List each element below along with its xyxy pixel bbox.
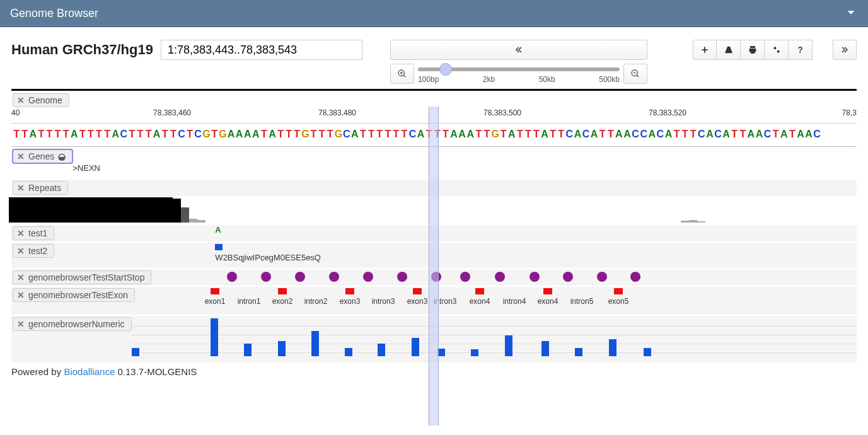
collapse-toggle[interactable] <box>844 6 858 21</box>
exon-label: exon3 <box>407 297 428 306</box>
base: C <box>194 129 202 140</box>
track-tag-repeats[interactable]: ✕Repeats <box>13 181 68 195</box>
base: T <box>376 129 384 140</box>
sequence-row: TTATTTTATTTTACTTTATTCTCGTGAAAATATTTGTTTG… <box>11 124 857 146</box>
track-tag-test1[interactable]: ✕test1 <box>13 226 54 240</box>
feature-dot <box>630 272 640 282</box>
feature-dot <box>563 272 573 282</box>
zoom-out-button[interactable] <box>623 64 647 84</box>
base: A <box>244 129 252 140</box>
cons-bar <box>33 197 42 223</box>
track-test1: ✕test1 A <box>11 225 857 241</box>
zoom-slider[interactable]: 100bp 2kb 50kb 500kb <box>418 62 620 85</box>
browser-content: Human GRCh37/hg19 100bp 2kb 50kb 500 <box>0 27 868 380</box>
base: T <box>79 129 87 140</box>
cons-bar <box>50 197 58 223</box>
feature-box <box>215 244 223 250</box>
exon-label: exon4 <box>470 297 490 306</box>
base: T <box>37 129 45 140</box>
exon-box <box>413 288 422 294</box>
footer: Powered by Biodalliance 0.13.7-MOLGENIS <box>11 366 857 377</box>
base: G <box>335 129 343 140</box>
base: T <box>384 129 392 140</box>
base: C <box>656 129 664 140</box>
track-area: ✕Genome 40 78,383,460 78,383,480 78,383,… <box>11 89 857 362</box>
base: T <box>277 129 285 140</box>
base: T <box>681 129 690 140</box>
base: T <box>13 129 21 140</box>
base: T <box>260 129 269 140</box>
biodalliance-link[interactable]: Biodalliance <box>64 366 115 377</box>
base: A <box>236 129 244 140</box>
scroll-left-button[interactable] <box>390 40 647 60</box>
gene-feature: >NEXN <box>72 163 100 173</box>
help-button[interactable]: ? <box>789 40 813 60</box>
track-tag-genome[interactable]: ✕Genome <box>13 93 69 107</box>
find-button[interactable] <box>717 40 741 60</box>
exon-label: exon2 <box>272 297 293 306</box>
numeric-bar <box>437 349 445 356</box>
track-genes: ✕Genes ◒ >NEXN <box>11 148 857 165</box>
settings-button[interactable] <box>765 40 789 60</box>
base: T <box>673 129 681 140</box>
base: T <box>128 129 136 140</box>
base: T <box>483 129 491 140</box>
feature-dot <box>295 272 305 282</box>
exon-box <box>543 288 552 294</box>
base: C <box>409 129 417 140</box>
base: A <box>71 129 79 140</box>
numeric-bar <box>644 348 651 356</box>
track-numeric: ✕genomebrowserNumeric 45 20 5 <box>11 316 857 362</box>
cons-bar <box>189 219 197 223</box>
base: T <box>392 129 400 140</box>
print-button[interactable] <box>741 40 765 60</box>
cons-bar <box>689 220 697 223</box>
panel-header: Genome Browser <box>0 0 868 27</box>
track-genome: ✕Genome <box>11 92 857 108</box>
track-tag-numeric[interactable]: ✕genomebrowserNumeric <box>13 317 132 331</box>
base: T <box>170 129 178 140</box>
cons-bar <box>681 221 689 223</box>
cons-bar <box>140 197 148 223</box>
feature-dot <box>261 272 271 282</box>
track-test2: ✕test2 W2BSqjiwIPcegM0ESE5esQ <box>11 243 857 268</box>
base: T <box>293 129 301 140</box>
close-icon: ✕ <box>17 272 25 282</box>
exon-box <box>345 288 354 294</box>
track-tag-startstop[interactable]: ✕genomebrowserTestStartStop <box>13 270 151 284</box>
close-icon: ✕ <box>17 246 25 256</box>
base: T <box>789 129 797 140</box>
zoom-in-button[interactable] <box>390 64 414 84</box>
numeric-bar <box>378 344 385 356</box>
base: A <box>541 129 549 140</box>
scroll-right-button[interactable] <box>833 40 857 60</box>
base: T <box>45 129 54 140</box>
base: T <box>21 129 29 140</box>
numeric-bar <box>575 348 582 356</box>
base: C <box>120 129 128 140</box>
base: C <box>632 129 640 140</box>
location-input[interactable] <box>161 40 362 60</box>
base: T <box>739 129 747 140</box>
base: A <box>706 129 714 140</box>
plus-circle-icon: ◒ <box>58 151 66 161</box>
road-icon <box>724 45 734 55</box>
base: G <box>301 129 310 140</box>
track-tag-genes[interactable]: ✕Genes ◒ <box>13 149 72 163</box>
cons-bar <box>697 221 705 223</box>
track-tag-test2[interactable]: ✕test2 <box>13 244 54 258</box>
cons-bar <box>132 197 140 223</box>
numeric-bar <box>505 335 512 356</box>
base: A <box>112 129 120 140</box>
base: T <box>145 129 153 140</box>
zoom-in-icon <box>397 69 407 79</box>
zoom-slider-thumb[interactable] <box>439 63 452 76</box>
track-tag-exon[interactable]: ✕genomebrowserTestExon <box>13 288 135 302</box>
cons-bar <box>58 197 66 223</box>
base: A <box>269 129 277 140</box>
track-exon: ✕genomebrowserTestExon exon1intron1exon2… <box>11 287 857 315</box>
add-track-button[interactable] <box>693 40 717 60</box>
base: T <box>161 129 170 140</box>
exon-label: intron2 <box>304 297 328 306</box>
base: T <box>524 129 533 140</box>
